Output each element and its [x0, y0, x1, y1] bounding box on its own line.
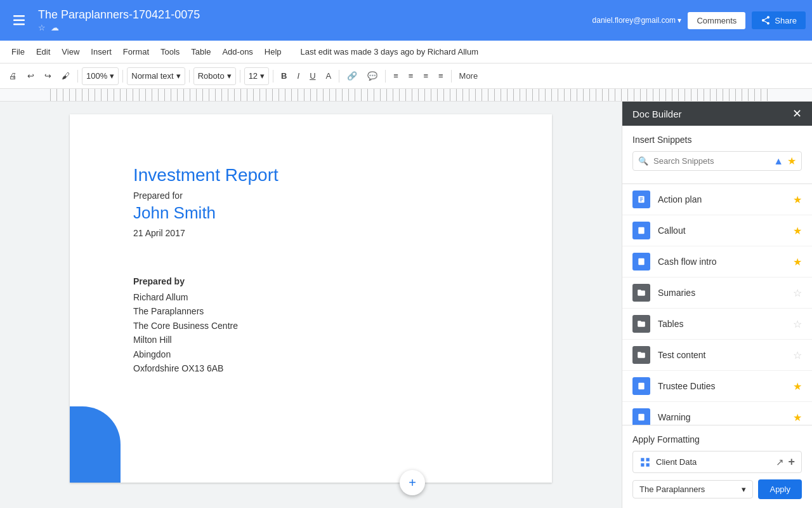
bold-button[interactable]: B — [277, 69, 291, 83]
menu-table[interactable]: Table — [186, 44, 216, 59]
insert-snippets-section: Insert Snippets 🔍 ▲ ★ — [622, 126, 812, 184]
snippet-name-test-content: Test content — [658, 350, 785, 360]
user-email[interactable]: daniel.florey@gmail.com ▾ — [593, 16, 682, 25]
svg-rect-9 — [638, 383, 644, 390]
svg-rect-10 — [638, 414, 644, 421]
menu-edit[interactable]: Edit — [31, 44, 55, 59]
drive-icon[interactable]: ▲ — [773, 156, 783, 167]
redo-button[interactable]: ↪ — [41, 69, 55, 83]
format-dropdown-chevron: ▾ — [742, 485, 746, 494]
divider-8 — [451, 70, 452, 83]
italic-button[interactable]: I — [294, 69, 304, 83]
search-input[interactable] — [653, 156, 768, 166]
divider-3 — [189, 70, 190, 83]
snippet-star-action-plan[interactable]: ★ — [793, 194, 802, 206]
sidebar-close-button[interactable]: ✕ — [792, 108, 802, 119]
menu-file[interactable]: File — [6, 44, 30, 59]
font-chevron: ▾ — [227, 71, 232, 81]
snippet-doc-icon-cashflow — [632, 253, 650, 271]
snippet-star-tables[interactable]: ☆ — [793, 318, 802, 330]
font-value: Roboto — [198, 71, 225, 81]
snippet-item-test-content[interactable]: Test content ☆ — [622, 340, 812, 371]
add-icon[interactable]: + — [788, 455, 795, 469]
align-justify-button[interactable]: ≡ — [435, 69, 447, 83]
share-button[interactable]: Share — [752, 11, 806, 29]
cloud-icon[interactable]: ☁ — [51, 23, 59, 32]
client-data-label: Client Data — [656, 457, 771, 467]
menu-help[interactable]: Help — [259, 44, 287, 59]
link-button[interactable]: 🔗 — [343, 69, 361, 83]
client-data-row: Client Data ↗ + — [632, 451, 802, 473]
doc-title-area: The Paraplanners-170421-0075 ☆ ☁ — [38, 8, 200, 32]
fab-button[interactable]: + — [400, 470, 425, 495]
top-bar: The Paraplanners-170421-0075 ☆ ☁ daniel.… — [0, 0, 812, 41]
preparer-info: Richard Allum The Paraplanners The Core … — [133, 290, 488, 375]
more-button[interactable]: More — [455, 69, 482, 83]
snippet-name-tables: Tables — [658, 319, 785, 329]
underline-button[interactable]: U — [306, 69, 319, 83]
style-select[interactable]: Normal text ▾ — [127, 67, 185, 85]
snippet-item-action-plan[interactable]: Action plan ★ — [622, 184, 812, 215]
client-data-icons: ↗ + — [776, 455, 795, 469]
align-right-button[interactable]: ≡ — [419, 69, 432, 83]
snippet-item-sumaries[interactable]: Sumaries ☆ — [622, 277, 812, 309]
doc-meta: ☆ ☁ — [38, 23, 200, 32]
divider-4 — [240, 70, 240, 83]
zoom-select[interactable]: 100% ▾ — [82, 67, 119, 85]
snippet-item-warning[interactable]: Warning ★ — [622, 402, 812, 425]
insert-snippets-title: Insert Snippets — [632, 135, 802, 145]
snippet-doc-icon — [632, 190, 650, 208]
undo-button[interactable]: ↩ — [23, 69, 38, 83]
align-center-button[interactable]: ≡ — [405, 69, 417, 83]
paint-format-button[interactable]: 🖌 — [58, 69, 74, 83]
comments-button[interactable]: Comments — [688, 12, 745, 29]
svg-rect-11 — [641, 458, 644, 461]
align-left-button[interactable]: ≡ — [390, 69, 402, 83]
snippet-item-cashflow[interactable]: Cash flow intro ★ — [622, 246, 812, 277]
snippet-star-trustee[interactable]: ★ — [793, 380, 802, 392]
external-link-icon[interactable]: ↗ — [776, 457, 784, 468]
page[interactable]: Investment Report Prepared for John Smit… — [70, 114, 552, 483]
svg-rect-7 — [638, 227, 644, 234]
snippet-name-action-plan: Action plan — [658, 194, 785, 204]
star-filter-icon[interactable]: ★ — [787, 155, 796, 167]
snippet-folder-icon-tables — [632, 315, 650, 333]
menu-view[interactable]: View — [56, 44, 84, 59]
snippet-doc-icon-trustee — [632, 377, 650, 395]
apply-button[interactable]: Apply — [758, 479, 802, 499]
svg-rect-0 — [13, 15, 25, 17]
print-button[interactable]: 🖨 — [5, 69, 21, 83]
snippet-item-callout[interactable]: Callout ★ — [622, 215, 812, 246]
divider-5 — [273, 70, 273, 83]
preparer-line-6: Oxfordshire OX13 6AB — [133, 361, 488, 375]
comment-button[interactable]: 💬 — [363, 69, 381, 83]
svg-rect-8 — [638, 258, 644, 265]
snippet-doc-icon-warning — [632, 408, 650, 425]
format-dropdown[interactable]: The Paraplanners ▾ — [632, 480, 753, 498]
snippet-star-test[interactable]: ☆ — [793, 349, 802, 361]
snippet-item-tables[interactable]: Tables ☆ — [622, 309, 812, 340]
doc-title[interactable]: The Paraplanners-170421-0075 — [38, 8, 200, 22]
snippet-name-callout: Callout — [658, 225, 785, 236]
snippet-star-warning[interactable]: ★ — [793, 411, 802, 424]
snippet-item-trustee[interactable]: Trustee Duties ★ — [622, 371, 812, 402]
snippet-folder-icon-test — [632, 346, 650, 364]
main-layout: Investment Report Prepared for John Smit… — [0, 102, 812, 508]
search-bar: 🔍 ▲ ★ — [632, 151, 802, 171]
menu-addons[interactable]: Add-ons — [217, 44, 258, 59]
preparer-line-2: The Paraplanners — [133, 304, 488, 318]
snippet-star-sumaries[interactable]: ☆ — [793, 287, 802, 299]
snippet-star-cashflow[interactable]: ★ — [793, 256, 802, 268]
text-color-button[interactable]: A — [322, 69, 336, 83]
snippet-name-cashflow: Cash flow intro — [658, 257, 785, 267]
apply-formatting-title: Apply Formatting — [632, 434, 802, 444]
snippet-star-callout[interactable]: ★ — [793, 225, 802, 237]
menu-insert[interactable]: Insert — [86, 44, 117, 59]
doc-area[interactable]: Investment Report Prepared for John Smit… — [0, 102, 622, 508]
menu-tools[interactable]: Tools — [155, 44, 185, 59]
size-select[interactable]: 12 ▾ — [244, 67, 269, 85]
menu-format[interactable]: Format — [118, 44, 154, 59]
document-title: Investment Report — [133, 165, 488, 185]
font-select[interactable]: Roboto ▾ — [193, 67, 236, 85]
star-icon[interactable]: ☆ — [38, 23, 46, 32]
